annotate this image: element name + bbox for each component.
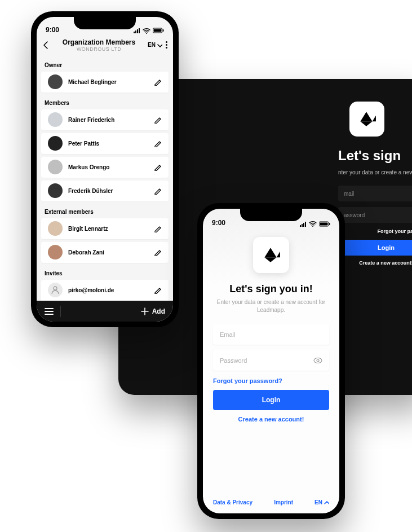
signal-icon	[300, 221, 307, 227]
member-row[interactable]: Deborah Zani	[41, 242, 169, 263]
section-invites-label: Invites	[37, 266, 173, 280]
signal-icon	[134, 28, 140, 33]
avatar	[48, 245, 63, 260]
edit-icon[interactable]	[154, 139, 162, 147]
app-logo	[349, 102, 384, 137]
avatar	[48, 183, 63, 198]
email-field[interactable]: Email	[213, 324, 329, 345]
edit-icon[interactable]	[154, 78, 162, 86]
member-name: Peter Pattis	[68, 140, 148, 147]
email-placeholder: Email	[220, 331, 236, 338]
section-external-label: External members	[37, 204, 173, 218]
chevron-up-icon	[324, 499, 329, 505]
password-placeholder: Password	[220, 357, 247, 364]
language-label: EN	[314, 499, 322, 505]
edit-icon[interactable]	[154, 187, 162, 195]
create-account-link[interactable]: Create a new account!	[213, 416, 329, 423]
forgot-password-link[interactable]: Forgot your password?	[338, 228, 412, 234]
password-field[interactable]: assword	[338, 207, 412, 223]
member-row[interactable]: Birgit Lennartz	[41, 218, 169, 239]
avatar	[48, 160, 63, 174]
status-time: 9:00	[46, 26, 59, 34]
menu-button[interactable]	[45, 308, 54, 315]
page-header: Organization Members WONDROUS LTD EN	[37, 35, 173, 58]
language-switcher[interactable]: EN	[148, 42, 162, 48]
member-name: Markus Orengo	[68, 164, 148, 170]
page-subtitle: WONDROUS LTD	[50, 46, 148, 52]
section-members-label: Members	[37, 95, 173, 109]
phone-members: 9:00 Organization Members WONDROUS LTD E…	[31, 11, 179, 327]
member-name: Birgit Lennartz	[68, 226, 148, 232]
create-account-link[interactable]: Create a new account!	[338, 260, 412, 266]
status-time: 9:00	[212, 219, 225, 227]
signin-title: Let's sign you in!	[213, 283, 329, 295]
signin-subtitle: nter your data or create a new	[338, 169, 406, 175]
member-name: Rainer Friederich	[68, 117, 148, 123]
plus-icon	[141, 307, 149, 315]
member-name: Deborah Zani	[68, 249, 148, 256]
email-field[interactable]: mail	[338, 186, 412, 201]
edit-icon[interactable]	[154, 225, 162, 232]
triangles-icon	[356, 109, 378, 129]
avatar	[48, 221, 63, 236]
edit-icon[interactable]	[154, 116, 162, 124]
chevron-down-icon	[157, 42, 162, 48]
battery-icon	[153, 28, 164, 33]
login-button[interactable]: Login	[338, 240, 412, 256]
member-row[interactable]: Rainer Friederich	[41, 109, 169, 130]
member-row[interactable]: pirko@moloni.de	[41, 280, 169, 301]
edit-icon[interactable]	[154, 286, 162, 294]
avatar	[48, 112, 63, 127]
back-icon[interactable]	[42, 41, 50, 50]
triangles-icon	[260, 245, 282, 265]
avatar	[48, 283, 63, 297]
phone-signin: 9:00 Let's sign you in! Enter your data …	[197, 203, 345, 519]
language-label: EN	[148, 42, 156, 48]
divider	[60, 306, 61, 317]
notch	[240, 209, 302, 221]
battery-icon	[319, 221, 330, 227]
forgot-password-link[interactable]: Forgot your password?	[213, 377, 329, 384]
member-row[interactable]: Michael Beglinger	[41, 72, 169, 93]
wifi-icon	[143, 28, 150, 34]
edit-icon[interactable]	[154, 163, 162, 171]
more-menu-button[interactable]	[166, 41, 167, 49]
user-icon	[51, 285, 60, 294]
add-label: Add	[152, 307, 165, 315]
add-button[interactable]: Add	[141, 307, 165, 315]
app-logo	[253, 237, 289, 273]
footer: Data & Privacy Imprint EN	[203, 494, 339, 513]
language-switcher[interactable]: EN	[314, 499, 329, 505]
login-button[interactable]: Login	[213, 390, 329, 410]
signin-title: Let's sign	[338, 148, 406, 164]
member-row[interactable]: Markus Orengo	[41, 157, 169, 178]
wifi-icon	[309, 221, 317, 227]
member-name: pirko@moloni.de	[68, 287, 148, 293]
email-placeholder: mail	[344, 191, 354, 197]
password-placeholder: assword	[344, 212, 365, 218]
page-title: Organization Members	[50, 38, 148, 46]
member-row[interactable]: Peter Pattis	[41, 133, 169, 154]
member-name: Michael Beglinger	[68, 79, 148, 85]
notch	[74, 17, 136, 29]
bottom-bar: Add	[37, 301, 173, 322]
member-name: Frederik Dühsler	[68, 188, 148, 194]
member-row[interactable]: Frederik Dühsler	[41, 181, 169, 201]
password-field[interactable]: Password	[213, 350, 329, 371]
privacy-link[interactable]: Data & Privacy	[213, 499, 252, 505]
edit-icon[interactable]	[154, 248, 162, 256]
eye-icon[interactable]	[313, 356, 322, 365]
avatar	[48, 136, 63, 151]
imprint-link[interactable]: Imprint	[274, 499, 293, 505]
signin-subtitle: Enter your data or create a new account …	[213, 298, 329, 314]
section-owner-label: Owner	[37, 58, 173, 72]
avatar	[48, 74, 63, 89]
